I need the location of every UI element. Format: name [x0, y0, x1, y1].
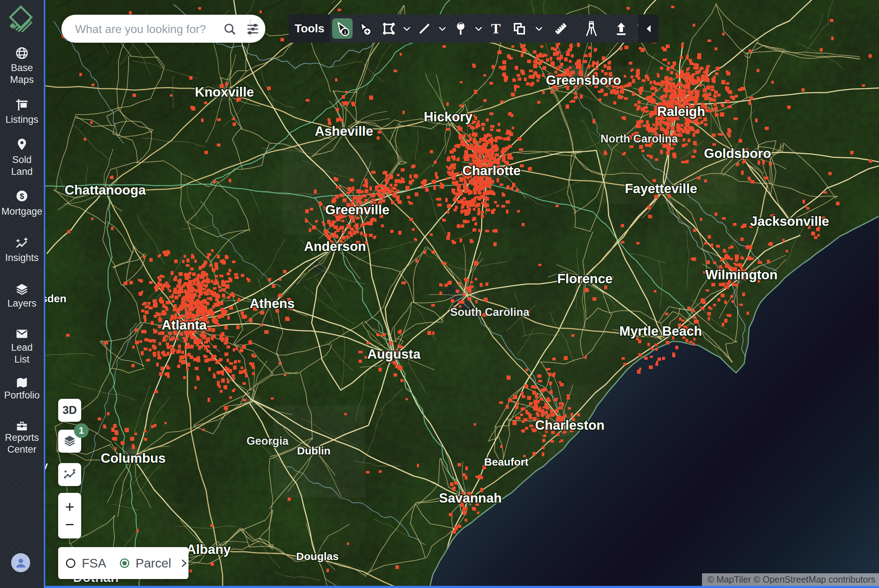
svg-text:Greensboro: Greensboro [546, 73, 621, 88]
svg-text:i: i [344, 29, 345, 35]
svg-text:Goldsboro: Goldsboro [704, 146, 771, 161]
svg-text:Charleston: Charleston [535, 418, 604, 433]
svg-text:Anderson: Anderson [304, 239, 366, 254]
svg-text:Hickory: Hickory [424, 110, 472, 124]
svg-text:Augusta: Augusta [368, 347, 420, 362]
svg-text:Charlotte: Charlotte [462, 164, 520, 178]
svg-text:Knoxville: Knoxville [195, 85, 254, 99]
svg-text:T: T [491, 21, 501, 36]
svg-text:Atlanta: Atlanta [162, 318, 207, 332]
svg-text:sden: sden [45, 292, 66, 304]
svg-text:$: $ [20, 192, 24, 201]
svg-text:Wilmington: Wilmington [705, 267, 777, 282]
svg-text:y: y [45, 459, 48, 471]
svg-text:Albany: Albany [186, 542, 231, 557]
svg-text:Chattanooga: Chattanooga [64, 183, 146, 197]
svg-text:Greenville: Greenville [326, 202, 390, 217]
svg-text:Beaufort: Beaufort [484, 456, 528, 468]
svg-text:Raleigh: Raleigh [657, 104, 705, 119]
svg-text:Florence: Florence [557, 272, 613, 286]
svg-text:Dublin: Dublin [297, 445, 330, 457]
svg-text:Myrtle Beach: Myrtle Beach [620, 324, 702, 339]
svg-text:Douglas: Douglas [296, 550, 339, 562]
svg-text:Columbus: Columbus [101, 451, 166, 466]
svg-text:North Carolina: North Carolina [600, 132, 678, 145]
svg-text:Asheville: Asheville [315, 124, 373, 139]
svg-text:Savannah: Savannah [439, 491, 502, 506]
svg-text:Georgia: Georgia [246, 435, 289, 447]
svg-text:Fayetteville: Fayetteville [625, 181, 697, 196]
svg-text:Athens: Athens [249, 296, 294, 311]
svg-text:Jacksonville: Jacksonville [750, 214, 829, 229]
svg-text:South Carolina: South Carolina [450, 306, 530, 318]
